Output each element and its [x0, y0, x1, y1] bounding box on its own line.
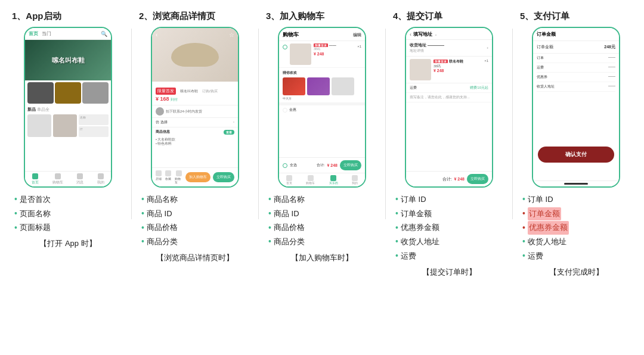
hero-text: 嗦名叫布鞋: [52, 56, 85, 65]
seller-avatar: [156, 107, 164, 116]
bullet-text-1-3: 页面标题: [20, 221, 51, 234]
payment-row-2: 运费 ——: [537, 63, 615, 73]
bullet-icon-5-3: •: [522, 221, 525, 235]
cart-item-info-1: 限量首发 —— 38码 ¥ 248: [314, 43, 355, 56]
special-checkbox[interactable]: [283, 108, 287, 113]
bullet-text-3-1: 商品名称: [274, 193, 305, 206]
bullet-5-3: • 优惠券金额: [522, 221, 630, 235]
bullet-icon-5-2: •: [522, 207, 525, 221]
collect-icon-item[interactable]: 收藏: [165, 170, 171, 184]
nav-profile-label: 我的: [97, 180, 104, 185]
address-section: 收货地址 ———— 地址详情 ›: [406, 40, 492, 57]
special-label: 金惠: [289, 107, 296, 113]
step-4-data-list: • 订单 ID • 订单金额 • 优惠券金额 • 收货人地址 • 运费: [393, 192, 505, 263]
msg-icon: [77, 173, 83, 179]
shop-icon-item[interactable]: 店铺: [156, 170, 162, 184]
step-2-footer: 【浏览商品详情页时】: [156, 253, 234, 263]
cart-icon-item[interactable]: 购物车: [175, 170, 183, 184]
collect-label: 收藏: [165, 177, 171, 180]
step-1-screen: 首页 当门 🔍 嗦名叫布鞋 新品 单品全: [25, 28, 111, 186]
cart-item-price-1: ¥ 248: [314, 52, 355, 56]
step-3-footer: 【加入购物车时】: [291, 253, 353, 263]
order-back-icon[interactable]: ‹: [410, 32, 411, 38]
cart-checkbox-1[interactable]: [283, 45, 287, 49]
bullet-5-4: • 收货人地址: [522, 235, 630, 249]
bullet-2-3: • 商品价格: [141, 221, 249, 235]
cart-nav-icon-4: [352, 175, 358, 181]
pay-confirm-btn[interactable]: 确认支付: [538, 147, 614, 163]
cart-nav-label-2: 购物车: [306, 181, 315, 185]
product-subtitle: 订购/购买: [202, 89, 218, 93]
order-note: 填写备注，请您在此，感谢您的支持...: [406, 93, 492, 102]
cart-nav-2[interactable]: 购物车: [306, 175, 315, 185]
nav-home[interactable]: 首页: [32, 173, 39, 185]
payment-rows: 订单 —— 运费 —— 优惠券 —— 收货人地址 ——: [533, 54, 619, 92]
bullet-text-4-4: 收货人地址: [401, 235, 439, 248]
search-icon[interactable]: 🔍: [101, 31, 107, 37]
step-3-phone: 购物车 编辑 限量首发 —— 38码 ¥ 248 ×1: [278, 27, 366, 188]
nav-msg[interactable]: 消息: [76, 173, 83, 185]
shop-label: 店铺: [156, 177, 162, 180]
order-total-label: 合计:: [442, 176, 452, 182]
cart-all-checkbox[interactable]: [283, 163, 287, 168]
tab-home[interactable]: 首页: [29, 30, 38, 37]
step-1-col: 1、App启动 首页 当门 🔍 嗦名叫布鞋: [12, 11, 124, 249]
nav-profile[interactable]: 我的: [97, 173, 104, 185]
coupon-item-3: [332, 77, 354, 95]
bullet-text-4-2: 订单金额: [401, 207, 432, 220]
order-item-1: 限量首发 联名布鞋 38码 ¥ 248 ×1: [406, 57, 492, 83]
bullet-3-1: • 商品名称: [268, 192, 376, 207]
step-4-title: 4、提交订单: [393, 11, 442, 22]
step-5-title: 5、支付订单: [520, 11, 569, 22]
step-4-phone: ‹ 填写地址 › 收货地址 ———— 地址详情 › 限量首发 联名布鞋: [405, 27, 493, 188]
bullet-icon-3-2: •: [268, 207, 271, 221]
back-icon[interactable]: ‹: [156, 32, 157, 38]
cart-title: 购物车: [283, 31, 299, 39]
step-3-col: 3、加入购物车 购物车 编辑 限量首发 —— 38码 ¥ 248: [266, 11, 378, 263]
detail-btn[interactable]: 查看: [224, 130, 234, 135]
cart-bottom: 全选 合计: ¥ 248 立即购买 首页 购物车: [279, 157, 365, 186]
fav-icon[interactable]: ☆: [229, 32, 234, 38]
cart-nav-4[interactable]: 我的: [352, 175, 358, 185]
bullet-icon-5-1: •: [522, 192, 525, 207]
bullet-2-4: • 商品分类: [141, 235, 249, 249]
order-item-thumb: [410, 59, 431, 80]
order-header: ‹ 填写地址 ›: [406, 28, 492, 40]
bullet-text-5-4: 收货人地址: [528, 235, 566, 248]
cart-edit[interactable]: 编辑: [353, 32, 361, 38]
main-content: 1、App启动 首页 当门 🔍 嗦名叫布鞋: [12, 11, 632, 278]
cart-checkout-btn[interactable]: 立即购买: [340, 160, 361, 170]
cart-icon-2: [176, 170, 182, 176]
special-row: 金惠: [279, 105, 365, 114]
step-1-data-list: • 是否首次 • 页面名称 • 页面标题: [12, 192, 124, 235]
add-cart-btn[interactable]: 加入购物车: [185, 172, 210, 182]
step-3-data-list: • 商品名称 • 商品 ID • 商品价格 • 商品分类: [266, 192, 378, 249]
thumb-row: [25, 80, 111, 105]
bullet-text-4-1: 订单 ID: [401, 193, 426, 206]
buy-now-btn[interactable]: 立即购买: [213, 172, 234, 182]
bullet-1-1: • 是否首次: [14, 192, 122, 207]
payment-header: 订单金额: [533, 28, 619, 41]
nav-cart[interactable]: 购物车: [52, 173, 63, 185]
bullet-text-1-2: 页面名称: [20, 207, 51, 220]
cart-nav-home[interactable]: 首页: [286, 175, 292, 185]
cart-item-spec: 38码: [314, 47, 355, 51]
payment-label-1: 订单: [537, 55, 544, 61]
step-2-phone: ☆ ‹ 限量首发 嗦名叫布鞋 订购/购买 ¥ 168 到付 拍下联系24小时内发…: [151, 27, 239, 188]
home-icon: [32, 173, 38, 179]
tab-discover[interactable]: 当门: [42, 30, 51, 37]
nav-home-label: 首页: [32, 180, 39, 185]
step-1-footer: 【打开 App 时】: [39, 238, 96, 249]
bullet-1-2: • 页面名称: [14, 207, 122, 221]
order-title: 填写地址: [413, 31, 432, 38]
cart-nav-3[interactable]: 买东西: [329, 175, 338, 185]
thumb-1: [27, 82, 54, 104]
bullet-icon-4-2: •: [395, 207, 398, 221]
app-bar: 首页 当门 🔍: [25, 28, 111, 40]
coupon-items: [283, 77, 361, 95]
spec-row[interactable]: 仿 选择 ›: [152, 117, 238, 127]
bullet-2-2: • 商品 ID: [141, 207, 249, 221]
order-submit-btn[interactable]: 立即购买: [467, 174, 488, 184]
product-price: ¥ 168 到付: [156, 96, 234, 102]
bullet-icon-3-4: •: [268, 235, 271, 249]
